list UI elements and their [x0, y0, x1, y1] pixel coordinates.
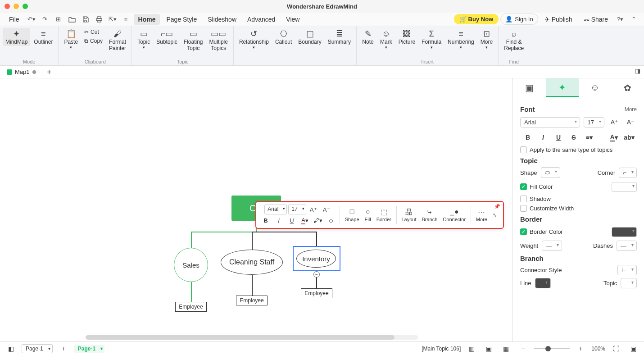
cut-button[interactable]: ✂Cut — [82, 28, 105, 36]
underline-button[interactable]: U — [551, 131, 566, 144]
float-clear[interactable]: ◇ — [325, 215, 337, 225]
strike-button[interactable]: S — [566, 131, 581, 144]
formula-button[interactable]: ΣFormula▾ — [419, 28, 444, 50]
float-highlight[interactable]: 🖍▾ — [312, 215, 324, 225]
view-mode-3[interactable]: ▦ — [499, 342, 512, 355]
shadow-checkbox[interactable]: Shadow — [520, 196, 637, 202]
panel-left-icon[interactable]: ◧ — [5, 342, 17, 355]
boundary-button[interactable]: ◫Boundary — [295, 28, 324, 46]
side-tab-marks[interactable]: ☺ — [579, 78, 612, 97]
print-button[interactable] — [93, 14, 105, 25]
float-underline[interactable]: U — [286, 215, 298, 225]
font-more[interactable]: More — [625, 106, 637, 113]
page-select[interactable]: Page-1 — [22, 344, 53, 353]
float-more[interactable]: ⋯More — [474, 208, 490, 222]
line-color-select[interactable] — [535, 278, 551, 288]
side-tab-style[interactable]: ✦ — [546, 78, 579, 97]
node-employee-3[interactable]: Employee — [301, 288, 332, 298]
collapse-toggle[interactable]: − — [313, 271, 320, 278]
outliner-mode-button[interactable]: ≡Outliner — [31, 28, 55, 46]
publish-button[interactable]: ✈Publish — [540, 14, 577, 25]
node-employee-2[interactable]: Employee — [236, 296, 268, 305]
fill-color-chip[interactable] — [612, 182, 637, 192]
float-layout[interactable]: 品Layout — [399, 208, 418, 222]
help-button[interactable]: ?▾ — [614, 14, 626, 25]
increase-font-button[interactable]: A⁺ — [608, 116, 621, 128]
subtopic-button[interactable]: ⌐▭Subtopic — [154, 28, 180, 46]
float-shape[interactable]: □Shape — [343, 208, 362, 222]
side-tab-outline[interactable]: ▣ — [513, 78, 546, 97]
apply-same-checkbox[interactable]: Apply to the same type of topics — [520, 146, 637, 153]
close-window-button[interactable] — [5, 4, 10, 9]
zoom-in-button[interactable]: + — [574, 342, 587, 355]
format-painter-button[interactable]: 🖌Format Painter — [106, 28, 129, 53]
share-button[interactable]: ⫘Share — [579, 14, 612, 25]
insert-more-button[interactable]: ⊡More▾ — [478, 28, 495, 50]
new-button[interactable]: ⊞ — [53, 14, 64, 25]
mindmap-mode-button[interactable]: ✦MindMap — [3, 28, 30, 46]
float-connector[interactable]: ⎯●Connector — [440, 208, 468, 222]
shape-select[interactable]: ⬭ — [541, 167, 560, 178]
menu-advanced[interactable]: Advanced — [243, 14, 280, 25]
border-color-checkbox[interactable]: ✓Border Color — [520, 228, 563, 235]
minimize-window-button[interactable] — [14, 4, 19, 9]
horizontal-scrollbar[interactable] — [86, 335, 418, 340]
view-mode-1[interactable]: ▥ — [465, 342, 478, 355]
float-bold[interactable]: B — [260, 215, 272, 225]
open-button[interactable] — [66, 14, 78, 25]
font-color-button[interactable]: A▾ — [606, 131, 621, 144]
buy-now-button[interactable]: 🛒Buy Now — [454, 14, 499, 24]
collapse-ribbon-button[interactable]: ⌃ — [628, 14, 639, 25]
branch-topic-select[interactable] — [621, 278, 637, 288]
sign-in-button[interactable]: 👤Sign In — [500, 14, 538, 25]
menu-file[interactable]: File — [5, 14, 24, 25]
doc-tab-map1[interactable]: Map1 — [3, 66, 43, 77]
maximize-window-button[interactable] — [23, 4, 28, 9]
menu-home[interactable]: Home — [134, 14, 160, 25]
save-button[interactable] — [80, 14, 91, 25]
dashes-select[interactable]: — — [617, 241, 637, 251]
view-mode-2[interactable]: ▣ — [482, 342, 495, 355]
redo-button[interactable]: ↷ — [39, 14, 51, 25]
float-font-select[interactable]: Arial — [264, 205, 287, 214]
float-font-color[interactable]: A▾ — [299, 215, 311, 225]
zoom-slider[interactable] — [534, 348, 570, 349]
floating-topic-button[interactable]: ▭Floating Topic — [181, 28, 206, 53]
bold-button[interactable]: B — [520, 131, 535, 144]
copy-button[interactable]: ⧉Copy — [82, 37, 105, 45]
more-quick-button[interactable]: ≡ — [120, 14, 132, 25]
font-family-select[interactable]: Arial — [520, 117, 580, 127]
new-tab-button[interactable]: + — [43, 66, 56, 78]
connector-style-select[interactable]: ⊢ — [617, 265, 637, 275]
toggle-panel-button[interactable]: ◨ — [635, 68, 640, 74]
topic-button[interactable]: ▭Topic▾ — [135, 28, 153, 50]
weight-select[interactable]: — — [542, 241, 562, 251]
decrease-font-button[interactable]: A⁻ — [624, 116, 637, 128]
relationship-button[interactable]: ↺Relationship▾ — [236, 28, 272, 50]
custom-width-checkbox[interactable]: Customize Width — [520, 205, 637, 212]
float-border[interactable]: ⬚Border — [374, 208, 394, 222]
menu-page-style[interactable]: Page Style — [162, 14, 201, 25]
float-italic[interactable]: I — [273, 215, 285, 225]
corner-select[interactable]: ⌐ — [619, 168, 637, 178]
fill-color-checkbox[interactable]: ✓Fill Color — [520, 183, 553, 190]
float-size-select[interactable]: 17 — [288, 205, 306, 214]
picture-button[interactable]: 🖼Picture — [396, 28, 418, 46]
side-tab-icons[interactable]: ✿ — [611, 78, 644, 97]
note-button[interactable]: ✎Note — [359, 28, 376, 46]
float-branch[interactable]: ⤷Branch — [419, 208, 440, 222]
border-color-chip[interactable] — [612, 227, 637, 237]
numbering-button[interactable]: ≡Numbering▾ — [445, 28, 477, 50]
add-page-button[interactable]: + — [57, 342, 70, 355]
fit-page-button[interactable]: ⛶ — [610, 342, 622, 355]
case-button[interactable]: ab▾ — [621, 131, 637, 144]
font-size-select[interactable]: 17 — [584, 117, 604, 127]
mark-button[interactable]: ☺Mark▾ — [377, 28, 395, 50]
float-decrease-font[interactable]: A⁻ — [321, 205, 332, 214]
multiple-topics-button[interactable]: ▭▭Multiple Topics — [207, 28, 231, 53]
node-employee-1[interactable]: Employee — [175, 302, 207, 312]
node-sales[interactable]: Sales — [174, 248, 208, 282]
menu-slideshow[interactable]: Slideshow — [203, 14, 241, 25]
align-button[interactable]: ≡▾ — [581, 131, 597, 144]
zoom-out-button[interactable]: − — [517, 342, 529, 355]
